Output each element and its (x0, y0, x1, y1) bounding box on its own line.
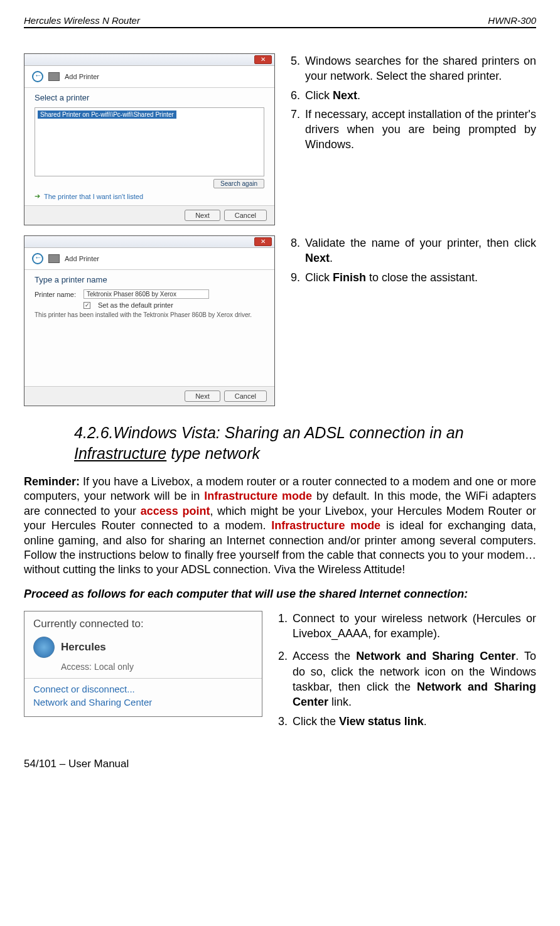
close-icon[interactable]: ✕ (254, 237, 272, 246)
steps-block-3: 1.Connect to your wireless network (Herc… (275, 611, 536, 729)
step-c2: Access the Network and Sharing Center. T… (293, 649, 536, 709)
step-9: Click Finish to close the assistant. (305, 270, 478, 285)
header-right: HWNR-300 (488, 15, 536, 26)
proceed-heading: Proceed as follows for each computer tha… (24, 588, 536, 601)
cancel-button[interactable]: Cancel (224, 210, 267, 221)
dialog-title: Add Printer (65, 255, 99, 262)
screenshot-add-printer-name: ✕ Add Printer Type a printer name Printe… (24, 235, 275, 406)
reminder-paragraph: Reminder: If you have a Livebox, a modem… (24, 475, 536, 578)
step-c1: Connect to your wireless network (Hercul… (293, 611, 536, 642)
step-5: Windows searches for the shared printers… (305, 53, 536, 84)
printer-name-label: Printer name: (35, 291, 76, 298)
default-printer-checkbox[interactable]: ✓ (83, 302, 90, 309)
printer-name-input[interactable]: Tektronix Phaser 860B by Xerox (83, 289, 209, 299)
default-printer-label: Set as the default printer (98, 301, 173, 309)
next-button[interactable]: Next (185, 210, 220, 221)
printer-icon (48, 72, 60, 81)
step-7: If necessary, accept installation of the… (305, 107, 536, 153)
arrow-icon: ➔ (35, 192, 40, 200)
page-header: Hercules Wireless N Router HWNR-300 (24, 15, 536, 28)
currently-connected-label: Currently connected to: (33, 618, 253, 630)
printer-icon (48, 254, 60, 263)
network-sharing-center-link[interactable]: Network and Sharing Center (33, 697, 253, 708)
printer-list[interactable]: Shared Printer on Pc-wifi\\Pc-wifi\Share… (35, 107, 264, 176)
header-left: Hercules Wireless N Router (24, 15, 140, 26)
connect-disconnect-link[interactable]: Connect or disconnect... (33, 684, 253, 694)
printer-not-listed-link[interactable]: The printer that I want isn't listed (44, 193, 143, 200)
close-icon[interactable]: ✕ (254, 55, 272, 64)
section-title: 4.2.6.Windows Vista: Sharing an ADSL con… (74, 423, 536, 463)
dialog-title: Add Printer (65, 73, 99, 80)
search-again-button[interactable]: Search again (213, 179, 264, 188)
network-globe-icon (33, 637, 55, 658)
back-icon[interactable] (32, 71, 43, 82)
step-c3: Click the View status link. (293, 714, 427, 729)
step-6: Click Next. (305, 88, 360, 103)
next-button[interactable]: Next (185, 390, 220, 402)
selected-printer-item[interactable]: Shared Printer on Pc-wifi\\Pc-wifi\Share… (38, 110, 176, 119)
back-icon[interactable] (32, 253, 43, 264)
step-8: Validate the name of your printer, then … (305, 235, 536, 266)
page-footer: 54/101 – User Manual (24, 758, 536, 770)
installed-message: This printer has been installed with the… (35, 311, 264, 318)
select-printer-heading: Select a printer (35, 93, 264, 102)
screenshot-add-printer-select: ✕ Add Printer Select a printer Shared Pr… (24, 53, 275, 225)
type-name-heading: Type a printer name (35, 275, 264, 284)
steps-block-1: 5.Windows searches for the shared printe… (288, 53, 536, 153)
network-name: Hercules (61, 641, 106, 654)
steps-block-2: 8.Validate the name of your printer, the… (288, 235, 536, 285)
screenshot-network-tray: Currently connected to: Hercules Access:… (24, 611, 262, 717)
network-access-label: Access: Local only (61, 662, 253, 672)
cancel-button[interactable]: Cancel (224, 390, 267, 402)
